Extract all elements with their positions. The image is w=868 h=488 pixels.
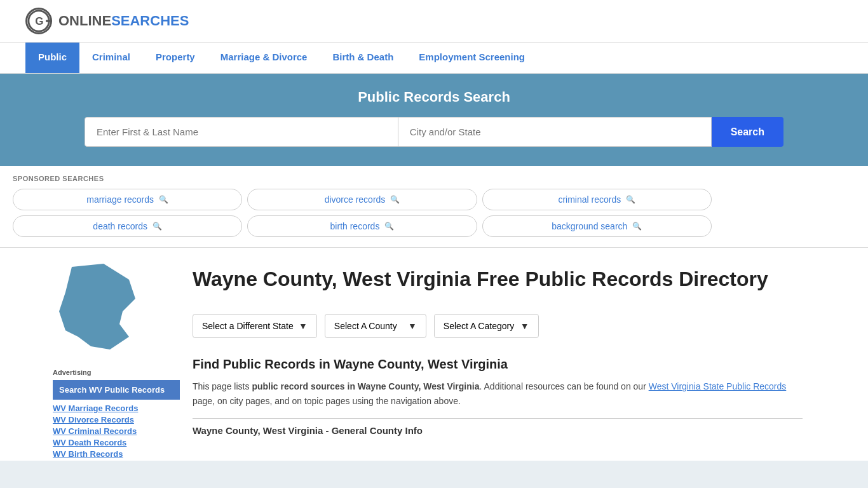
state-map	[53, 261, 142, 356]
page-title-block: Wayne County, West Virginia Free Public …	[193, 261, 768, 291]
find-section: Find Public Records in Wayne County, Wes…	[193, 351, 803, 442]
search-icon-2: 🔍	[626, 195, 635, 204]
search-icon-3: 🔍	[153, 222, 162, 231]
sponsored-grid: marriage records 🔍 divorce records 🔍 cri…	[13, 189, 712, 237]
nav-marriage-divorce[interactable]: Marriage & Divorce	[208, 43, 320, 73]
dropdowns-row: Select a Different State ▼ Select A Coun…	[193, 314, 803, 338]
search-icon-1: 🔍	[390, 195, 400, 204]
find-title: Find Public Records in Wayne County, Wes…	[193, 357, 803, 372]
nav: Public Criminal Property Marriage & Divo…	[0, 43, 868, 74]
find-text-bold: public record sources in Wayne County, W…	[252, 381, 479, 391]
title-area: Wayne County, West Virginia Free Public …	[193, 248, 803, 304]
find-text-1: This page lists	[193, 381, 252, 391]
search-icon-0: 🔍	[159, 195, 168, 204]
sidebar-link-4[interactable]: WV Birth Records	[53, 449, 180, 459]
svg-text:G: G	[35, 15, 43, 27]
find-text-3: page, on city pages, and on topic pages …	[193, 396, 461, 406]
find-text-2: . Additional resources can be found on o…	[480, 381, 649, 391]
state-dropdown-wrapper[interactable]: Select a Different State ▼	[193, 314, 317, 338]
sponsored-tag-marriage[interactable]: marriage records 🔍	[13, 189, 242, 210]
sidebar-link-0[interactable]: WV Marriage Records	[53, 403, 180, 413]
search-form: Search	[85, 117, 783, 147]
county-dropdown[interactable]: Select A County	[334, 321, 403, 331]
sidebar-link-2[interactable]: WV Criminal Records	[53, 426, 180, 436]
chevron-down-icon-2: ▼	[408, 321, 417, 331]
sponsored-tag-death[interactable]: death records 🔍	[13, 215, 242, 237]
search-banner: Public Records Search Search	[0, 74, 868, 166]
search-icon-5: 🔍	[632, 222, 642, 231]
sponsored-tag-divorce[interactable]: divorce records 🔍	[247, 189, 477, 210]
location-input[interactable]	[398, 117, 712, 147]
chevron-down-icon: ▼	[299, 321, 308, 331]
sidebar-active-link[interactable]: Search WV Public Records	[53, 380, 180, 400]
sidebar-link-1[interactable]: WV Divorce Records	[53, 415, 180, 424]
nav-criminal[interactable]: Criminal	[79, 43, 143, 73]
nav-property[interactable]: Property	[143, 43, 208, 73]
sponsored-section: SPONSORED SEARCHES marriage records 🔍 di…	[0, 166, 868, 248]
category-dropdown-wrapper[interactable]: Select A Category ▼	[434, 314, 539, 338]
nav-public[interactable]: Public	[25, 43, 79, 73]
find-text: This page lists public record sources in…	[193, 379, 803, 408]
nav-employment-screening[interactable]: Employment Screening	[406, 43, 538, 73]
sponsored-tag-criminal[interactable]: criminal records 🔍	[482, 189, 712, 210]
sidebar: Advertising Search WV Public Records WV …	[53, 248, 180, 461]
header: G ONLINESEARCHES	[0, 0, 868, 43]
county-dropdown-wrapper[interactable]: Select A County ▼	[325, 314, 426, 338]
logo-text: ONLINESEARCHES	[58, 13, 189, 29]
search-button[interactable]: Search	[712, 117, 783, 147]
page-title: Wayne County, West Virginia Free Public …	[193, 261, 768, 291]
below-banner: SPONSORED SEARCHES marriage records 🔍 di…	[0, 166, 868, 461]
sidebar-ad-label: Advertising	[53, 369, 180, 376]
find-link[interactable]: West Virginia State Public Records	[649, 381, 787, 391]
search-banner-title: Public Records Search	[25, 89, 843, 105]
main-container: Advertising Search WV Public Records WV …	[40, 248, 828, 461]
nav-inner: Public Criminal Property Marriage & Divo…	[0, 43, 868, 73]
sponsored-tag-birth[interactable]: birth records 🔍	[247, 215, 477, 237]
chevron-down-icon-3: ▼	[520, 321, 529, 331]
search-icon-4: 🔍	[384, 222, 394, 231]
logo-icon: G	[25, 8, 52, 34]
sponsored-tag-background[interactable]: background search 🔍	[482, 215, 712, 237]
county-info-title: Wayne County, West Virginia - General Co…	[193, 418, 803, 436]
nav-birth-death[interactable]: Birth & Death	[320, 43, 406, 73]
state-dropdown[interactable]: Select a Different State	[202, 321, 294, 331]
name-input[interactable]	[85, 117, 398, 147]
category-dropdown[interactable]: Select A Category	[444, 321, 515, 331]
sidebar-link-3[interactable]: WV Death Records	[53, 438, 180, 447]
main-content: Wayne County, West Virginia Free Public …	[180, 248, 815, 461]
sponsored-label: SPONSORED SEARCHES	[13, 175, 855, 182]
logo: G ONLINESEARCHES	[25, 8, 189, 34]
